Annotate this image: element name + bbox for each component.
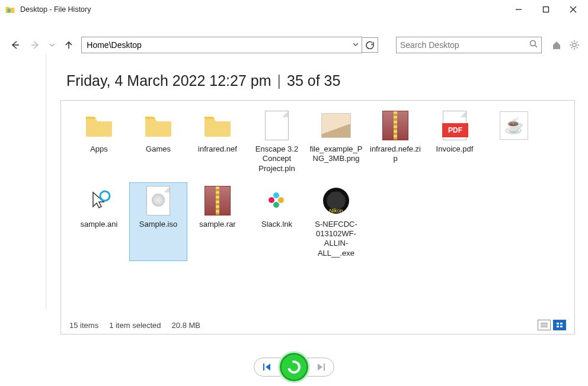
java-icon: ☕ — [485, 110, 542, 141]
svg-point-8 — [573, 43, 576, 47]
file-label: Games — [130, 144, 187, 156]
up-button[interactable] — [61, 37, 77, 53]
status-item-count: 15 items — [69, 321, 98, 330]
restore-button[interactable] — [280, 353, 308, 381]
icons-view-button[interactable] — [553, 320, 566, 330]
svg-line-7 — [535, 46, 538, 48]
file-label: Sample.iso — [130, 220, 187, 231]
file-label: sample.ani — [71, 220, 127, 231]
file-item[interactable]: Sample.iso — [130, 183, 187, 260]
svg-point-17 — [100, 191, 110, 201]
file-item[interactable]: Slack.lnk — [248, 183, 305, 260]
cursor-icon — [71, 185, 127, 216]
refresh-button[interactable] — [362, 37, 378, 53]
file-item[interactable]: infrared.nef — [189, 108, 246, 176]
slack-icon — [248, 185, 305, 216]
svg-line-15 — [571, 47, 573, 49]
filehistory-app-icon — [5, 4, 15, 15]
file-icon — [248, 110, 305, 141]
search-box[interactable] — [396, 37, 542, 53]
back-button[interactable] — [7, 37, 23, 53]
file-item[interactable]: infrared.nefe.zip — [367, 108, 424, 176]
svg-rect-1 — [544, 7, 549, 12]
file-item[interactable]: Apps — [71, 108, 127, 176]
address-chevron-icon[interactable] — [352, 40, 359, 50]
svg-rect-25 — [263, 364, 264, 371]
png-icon — [308, 110, 365, 141]
file-label: sample.rar — [189, 220, 246, 231]
file-label: infrared.nefe.zip — [367, 144, 424, 166]
file-item[interactable]: sample.rar — [189, 183, 246, 260]
gear-icon[interactable] — [568, 38, 581, 52]
forward-button[interactable] — [28, 37, 44, 53]
folder-icon — [189, 110, 246, 141]
nav-pane — [5, 54, 46, 309]
pdf-icon: PDF — [426, 110, 483, 141]
window-title: Desktop - File History — [20, 5, 505, 14]
address-bar[interactable]: Home\Desktop — [81, 37, 362, 53]
zip-icon — [367, 110, 424, 141]
file-item[interactable]: Games — [130, 108, 187, 176]
svg-line-14 — [577, 47, 578, 49]
iso-icon — [130, 185, 187, 216]
file-label: S-NEFCDC-013102WF-ALLIN-ALL__.exe — [308, 220, 365, 260]
file-item[interactable]: Enscape 3.2 Concept Project.pln — [248, 108, 305, 176]
svg-line-13 — [571, 42, 573, 43]
svg-rect-24 — [560, 326, 563, 327]
restore-icon — [285, 358, 303, 376]
svg-rect-23 — [557, 326, 559, 327]
file-label: Enscape 3.2 Concept Project.pln — [248, 144, 305, 176]
file-label: Invoice.pdf — [426, 144, 483, 156]
folder-icon — [71, 110, 127, 141]
svg-line-16 — [577, 42, 578, 43]
svg-rect-21 — [557, 323, 559, 324]
minimize-button[interactable] — [505, 0, 532, 19]
status-selection: 1 item selected — [109, 321, 161, 330]
file-label: Slack.lnk — [248, 220, 305, 231]
history-dropdown[interactable] — [48, 37, 56, 53]
nikon-icon: Nikon — [308, 185, 365, 216]
maximize-button[interactable] — [532, 0, 560, 19]
file-label — [485, 144, 542, 147]
svg-point-6 — [531, 41, 536, 46]
file-label: file_example_PNG_3MB.png — [308, 144, 365, 166]
status-size: 20.8 MB — [172, 321, 200, 330]
zip-icon — [189, 185, 246, 216]
svg-rect-22 — [560, 323, 563, 324]
separator: | — [277, 72, 282, 89]
file-label: infrared.nef — [189, 144, 246, 156]
address-path: Home\Desktop — [87, 40, 352, 50]
search-icon[interactable] — [529, 40, 538, 50]
file-item[interactable]: NikonS-NEFCDC-013102WF-ALLIN-ALL__.exe — [308, 183, 365, 260]
home-icon[interactable] — [550, 38, 563, 52]
file-label: Apps — [71, 144, 127, 156]
details-view-button[interactable] — [538, 320, 551, 330]
status-bar: 15 items 1 item selected 20.8 MB — [69, 320, 566, 330]
file-item[interactable]: sample.ani — [71, 183, 127, 260]
svg-rect-26 — [324, 364, 325, 371]
file-item[interactable]: PDFInvoice.pdf — [426, 108, 483, 176]
file-pane[interactable]: Apps Games infrared.nefEnscape 3.2 Conce… — [60, 100, 575, 334]
folder-icon — [130, 110, 187, 141]
file-item[interactable]: file_example_PNG_3MB.png — [308, 108, 365, 176]
snapshot-position: 35 of 35 — [287, 72, 340, 89]
close-button[interactable] — [560, 0, 587, 19]
snapshot-timestamp: Friday, 4 March 2022 12:27 pm — [66, 72, 271, 89]
file-item[interactable]: ☕ — [485, 108, 542, 176]
search-input[interactable] — [400, 40, 529, 50]
